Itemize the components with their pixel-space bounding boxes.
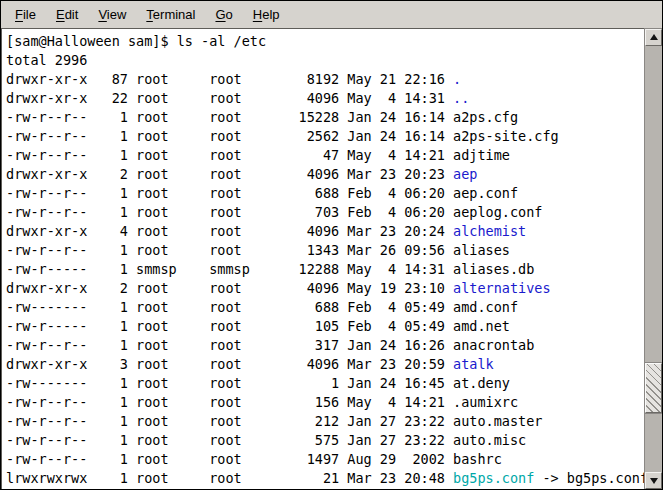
file-name: aliases.db: [453, 261, 534, 277]
file-meta: drwxr-xr-x 22 root root 4096 May 4 14:31: [6, 90, 453, 106]
file-row: -rw-r--r-- 1 root root 1343 Mar 26 09:56…: [6, 241, 644, 260]
file-meta: -rw-r--r-- 1 root root 156 May 4 14:21: [6, 394, 453, 410]
file-meta: drwxr-xr-x 87 root root 8192 May 21 22:1…: [6, 71, 453, 87]
file-meta: -rw-r--r-- 1 root root 212 Jan 27 23:22: [6, 413, 453, 429]
file-row: -rw-r----- 1 smmsp smmsp 12288 May 4 14:…: [6, 260, 644, 279]
menu-edit[interactable]: Edit: [46, 3, 88, 26]
file-row: -rw-r--r-- 1 root root 575 Jan 27 23:22 …: [6, 431, 644, 450]
terminal-screen[interactable]: [sam@Halloween sam]$ls -al /etc total 29…: [1, 28, 644, 489]
file-row: -rw------- 1 root root 1 Jan 24 16:45 at…: [6, 374, 644, 393]
file-row: drwxr-xr-x 22 root root 4096 May 4 14:31…: [6, 89, 644, 108]
file-row: -rw-r--r-- 1 root root 1497 Aug 29 2002 …: [6, 450, 644, 469]
prompt-line: [sam@Halloween sam]$ls -al /etc: [6, 32, 644, 51]
symlink-target: -> bg5ps.conf: [534, 470, 644, 486]
menu-view[interactable]: View: [88, 3, 136, 26]
file-name: aep: [453, 166, 477, 182]
file-meta: drwxr-xr-x 4 root root 4096 Mar 23 20:24: [6, 223, 453, 239]
scroll-down-button[interactable]: [645, 472, 662, 489]
file-meta: drwxr-xr-x 3 root root 4096 Mar 23 20:59: [6, 356, 453, 372]
file-row: -rw-r--r-- 1 root root 688 Feb 4 06:20 a…: [6, 184, 644, 203]
file-listing: drwxr-xr-x 87 root root 8192 May 21 22:1…: [6, 70, 644, 488]
file-name: at.deny: [453, 375, 510, 391]
menu-terminal[interactable]: Terminal: [136, 3, 205, 26]
file-meta: -rw-r----- 1 root root 105 Feb 4 05:49: [6, 318, 453, 334]
vertical-scrollbar[interactable]: [644, 28, 662, 489]
shell-command: ls -al /etc: [169, 33, 267, 49]
terminal-window: FileEditViewTerminalGoHelp [sam@Hallowee…: [0, 0, 663, 490]
file-meta: lrwxrwxrwx 1 root root 21 Mar 23 20:48: [6, 470, 453, 486]
menu-go[interactable]: Go: [205, 3, 242, 26]
file-row: -rw-r--r-- 1 root root 2562 Jan 24 16:14…: [6, 127, 644, 146]
file-name: aep.conf: [453, 185, 518, 201]
file-row: -rw-r--r-- 1 root root 15228 Jan 24 16:1…: [6, 108, 644, 127]
file-name: bg5ps.conf: [453, 470, 534, 486]
menu-bar: FileEditViewTerminalGoHelp: [1, 1, 662, 28]
file-name: .: [453, 71, 461, 87]
file-row: -rw-r----- 1 root root 105 Feb 4 05:49 a…: [6, 317, 644, 336]
file-name: amd.conf: [453, 299, 518, 315]
file-name: aeplog.conf: [453, 204, 542, 220]
file-meta: -rw-r--r-- 1 root root 1343 Mar 26 09:56: [6, 242, 453, 258]
file-row: drwxr-xr-x 3 root root 4096 Mar 23 20:59…: [6, 355, 644, 374]
file-meta: -rw-r--r-- 1 root root 317 Jan 24 16:26: [6, 337, 453, 353]
file-row: -rw------- 1 root root 688 Feb 4 05:49 a…: [6, 298, 644, 317]
file-name: alternatives: [453, 280, 551, 296]
file-name: a2ps-site.cfg: [453, 128, 559, 144]
file-name: anacrontab: [453, 337, 534, 353]
file-meta: drwxr-xr-x 2 root root 4096 May 19 23:10: [6, 280, 453, 296]
file-meta: drwxr-xr-x 2 root root 4096 Mar 23 20:23: [6, 166, 453, 182]
window-body: [sam@Halloween sam]$ls -al /etc total 29…: [1, 28, 662, 489]
file-row: drwxr-xr-x 2 root root 4096 May 19 23:10…: [6, 279, 644, 298]
file-row: drwxr-xr-x 87 root root 8192 May 21 22:1…: [6, 70, 644, 89]
file-row: -rw-r--r-- 1 root root 156 May 4 14:21 .…: [6, 393, 644, 412]
file-row: -rw-r--r-- 1 root root 317 Jan 24 16:26 …: [6, 336, 644, 355]
file-row: drwxr-xr-x 4 root root 4096 Mar 23 20:24…: [6, 222, 644, 241]
file-meta: -rw-r--r-- 1 root root 47 May 4 14:21: [6, 147, 453, 163]
file-name: atalk: [453, 356, 494, 372]
file-name: aliases: [453, 242, 510, 258]
file-row: -rw-r--r-- 1 root root 703 Feb 4 06:20 a…: [6, 203, 644, 222]
file-name: bashrc: [453, 451, 502, 467]
file-meta: -rw-r--r-- 1 root root 703 Feb 4 06:20: [6, 204, 453, 220]
total-line: total 2996: [6, 51, 644, 70]
menu-file[interactable]: File: [5, 3, 46, 26]
file-name: ..: [453, 90, 469, 106]
file-name: a2ps.cfg: [453, 109, 518, 125]
file-meta: -rw-r--r-- 1 root root 688 Feb 4 06:20: [6, 185, 453, 201]
file-meta: -rw-r--r-- 1 root root 575 Jan 27 23:22: [6, 432, 453, 448]
terminal-output: [sam@Halloween sam]$ls -al /etc total 29…: [6, 32, 644, 488]
file-row: -rw-r--r-- 1 root root 212 Jan 27 23:22 …: [6, 412, 644, 431]
file-meta: -rw-r--r-- 1 root root 15228 Jan 24 16:1…: [6, 109, 453, 125]
file-name: .aumixrc: [453, 394, 518, 410]
file-row: -rw-r--r-- 1 root root 47 May 4 14:21 ad…: [6, 146, 644, 165]
file-name: auto.master: [453, 413, 542, 429]
file-meta: -rw------- 1 root root 1 Jan 24 16:45: [6, 375, 453, 391]
file-meta: -rw-r--r-- 1 root root 2562 Jan 24 16:14: [6, 128, 453, 144]
scroll-up-button[interactable]: [645, 29, 662, 46]
file-meta: -rw-r----- 1 smmsp smmsp 12288 May 4 14:…: [6, 261, 453, 277]
file-row: drwxr-xr-x 2 root root 4096 Mar 23 20:23…: [6, 165, 644, 184]
down-arrow-icon: [650, 478, 658, 488]
file-row: lrwxrwxrwx 1 root root 21 Mar 23 20:48 b…: [6, 469, 644, 488]
scrollbar-thumb[interactable]: [645, 363, 662, 413]
file-meta: -rw-r--r-- 1 root root 1497 Aug 29 2002: [6, 451, 453, 467]
file-name: adjtime: [453, 147, 510, 163]
file-name: amd.net: [453, 318, 510, 334]
up-arrow-icon: [650, 30, 658, 40]
shell-prompt: [sam@Halloween sam]$: [6, 33, 169, 49]
file-meta: -rw------- 1 root root 688 Feb 4 05:49: [6, 299, 453, 315]
menu-help[interactable]: Help: [243, 3, 290, 26]
file-name: alchemist: [453, 223, 526, 239]
file-name: auto.misc: [453, 432, 526, 448]
